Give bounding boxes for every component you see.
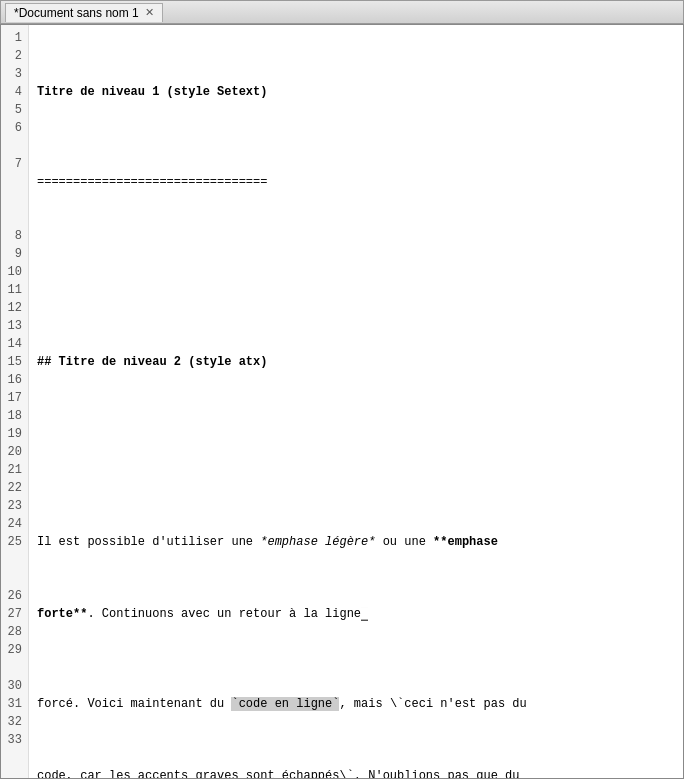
editor-body[interactable]: 1 2 3 4 5 6 7 8 9 10 11 12 13 14 15 16 1…	[1, 25, 683, 778]
line-2: ================================	[37, 173, 675, 191]
line-6: Il est possible d'utiliser une *emphase …	[37, 533, 675, 551]
tab-close-button[interactable]: ✕	[145, 6, 154, 19]
line-5	[37, 443, 675, 461]
line-7a: forcé. Voici maintenant du `code en lign…	[37, 695, 675, 713]
line-numbers: 1 2 3 4 5 6 7 8 9 10 11 12 13 14 15 16 1…	[1, 25, 29, 778]
document-tab[interactable]: *Document sans nom 1 ✕	[5, 3, 163, 22]
tab-label: *Document sans nom 1	[14, 6, 139, 20]
line-7b: code, car les accents graves sont échapp…	[37, 767, 675, 778]
line-3	[37, 263, 675, 281]
line-4: ## Titre de niveau 2 (style atx)	[37, 353, 675, 371]
line-6b: forte**. Continuons avec un retour à la …	[37, 605, 675, 623]
code-editor[interactable]: Titre de niveau 1 (style Setext) =======…	[29, 25, 683, 778]
editor-container: 1 2 3 4 5 6 7 8 9 10 11 12 13 14 15 16 1…	[0, 24, 684, 779]
line-1: Titre de niveau 1 (style Setext)	[37, 83, 675, 101]
title-bar: *Document sans nom 1 ✕	[0, 0, 684, 24]
